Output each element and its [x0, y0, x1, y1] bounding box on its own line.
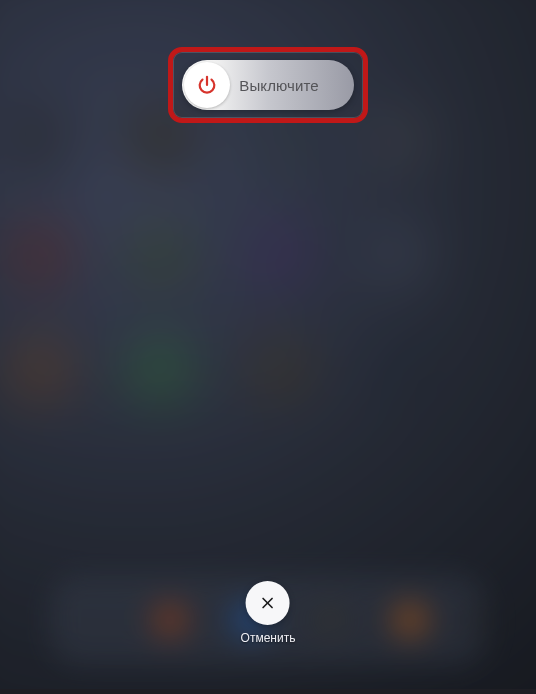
cancel-label: Отменить [241, 631, 296, 645]
cancel-wrap: Отменить [241, 581, 296, 645]
cancel-button[interactable] [246, 581, 290, 625]
power-slider-knob[interactable] [184, 62, 230, 108]
power-icon [196, 74, 218, 96]
power-off-screen: Выключите Отменить [0, 0, 536, 694]
close-icon [259, 594, 277, 612]
power-slider-wrap: Выключите [182, 60, 354, 110]
power-off-slider[interactable]: Выключите [182, 60, 354, 110]
